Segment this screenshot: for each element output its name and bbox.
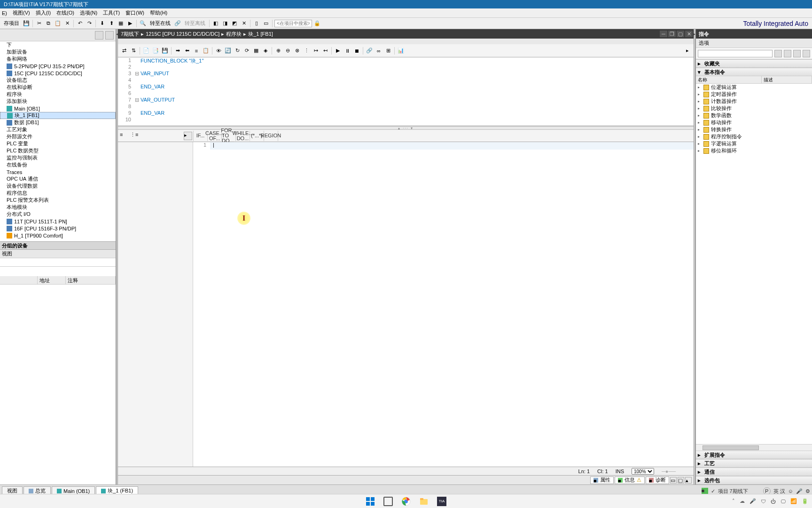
upload-icon[interactable]: ⬆ [107,19,116,28]
chrome-button[interactable] [399,495,413,508]
outdent-icon[interactable]: ⬅ [183,47,191,55]
ed-btn-22[interactable]: ▶ [334,47,342,55]
zoom-slider[interactable]: ─●── [662,468,690,474]
tab-properties[interactable]: ■属性 [590,476,614,484]
tray-power-icon[interactable]: ⏻ [771,499,776,504]
ime-tool-2[interactable]: 🎤 [796,488,803,494]
ed-btn-1[interactable]: ⇄ [120,47,128,55]
scl-btn-2[interactable]: ⋮≡ [130,132,139,140]
ed-btn-11[interactable]: 🔄 [224,47,232,55]
ed-btn-21[interactable]: ↤ [321,47,329,55]
scl-region-panel[interactable] [118,142,193,467]
ed-btn-17[interactable]: ⊖ [283,47,292,55]
bc-project[interactable]: 7期线下 [121,31,139,38]
bc-current[interactable]: 块_1 [FB1] [248,31,273,38]
ed-btn-14[interactable]: ▦ [252,47,260,55]
inst-hscroll[interactable] [696,444,812,451]
ed-btn-12[interactable]: ↻ [233,47,242,55]
menu-insert[interactable]: 插入(I) [36,9,51,16]
tray-up-icon[interactable]: ˄ [732,498,735,504]
go-online-button[interactable]: 转至在线 [150,20,171,27]
taskview-button[interactable] [382,495,395,508]
ime-tool-3[interactable]: ⚙ [805,488,810,494]
redo-icon[interactable]: ↷ [85,19,94,28]
explorer-button[interactable] [417,495,430,508]
copy-icon[interactable]: ⧉ [44,19,53,28]
tab-info[interactable]: ■信息⚠ [615,476,645,484]
ed-btn-23[interactable]: ⏸ [343,47,351,55]
close-icon[interactable]: ✕ [685,31,693,37]
tray-mic-icon[interactable]: 🎤 [750,498,756,504]
instruction-search-input[interactable] [698,50,773,57]
scl-code-area[interactable]: 1| I [193,142,694,467]
tray-battery-icon[interactable]: 🔋 [802,498,808,504]
save-icon[interactable]: 💾 [22,19,31,28]
search-opt-4-icon[interactable] [803,50,810,57]
monitor-icon[interactable]: 👁 [214,47,223,55]
download-icon[interactable]: ⬇ [98,19,106,28]
tb-close-icon[interactable]: ✕ [240,19,248,28]
zoom-select[interactable]: 100% [632,468,654,475]
inst-shift-rotate[interactable]: ▸移位和循环 [696,147,812,154]
menu-online[interactable]: 在线(O) [56,9,74,16]
tb-icon-3[interactable]: ◩ [230,19,239,28]
minimize-icon[interactable]: ─ [660,31,667,37]
split-handle[interactable]: ▴ ··· ▾ [118,126,694,130]
indent-icon[interactable]: ➡ [173,47,182,55]
ed-btn-2[interactable]: ⇅ [129,47,138,55]
ed-btn-20[interactable]: ↦ [312,47,320,55]
acc-option-packs[interactable]: ▸选件包 [696,476,812,484]
bc-blocks[interactable]: 程序块 [226,31,242,38]
float-icon[interactable]: ❐ [668,31,676,37]
ed-btn-13[interactable]: ⟳ [242,47,251,55]
split-h-icon[interactable]: ▯ [252,19,261,28]
search-opt-3-icon[interactable] [793,50,801,57]
ungrouped-devices-header[interactable]: 分组的设备 [0,241,116,250]
acc-basic[interactable]: ▾基本指令 [696,68,812,76]
ed-btn-15[interactable]: ◈ [261,47,270,55]
menu-edit[interactable]: E) [2,10,7,16]
tab-diagnostics[interactable]: ■诊断 [646,476,669,484]
prop-up-icon[interactable]: ▴ [685,477,692,484]
search-opt-2-icon[interactable] [784,50,791,57]
paste-icon[interactable]: 📋 [54,19,62,28]
tree-view-mode-2-icon[interactable] [105,31,114,40]
ed-btn-28[interactable]: 📊 [397,47,405,55]
ed-btn-4[interactable]: 📑 [151,47,160,55]
ed-btn-25[interactable]: 🔗 [365,47,374,55]
go-online-icon[interactable]: 🔗 [173,19,182,28]
ed-btn-24[interactable]: ⏹ [352,47,361,55]
bc-device[interactable]: 1215C [CPU 1215C DC/DC/DC] [146,31,219,37]
ed-btn-9[interactable]: 📋 [202,47,210,55]
inst-compare[interactable]: ▸比较操作 [696,105,812,112]
undo-icon[interactable]: ↶ [76,19,84,28]
ed-btn-18[interactable]: ⊗ [293,47,301,55]
inst-move[interactable]: ▸移动操作 [696,119,812,126]
instructions-options[interactable]: 选项 [696,39,812,48]
ed-btn-3[interactable]: 📄 [142,47,150,55]
tia-button[interactable]: TIA [435,495,448,508]
ed-btn-8[interactable]: ≡ [192,47,201,55]
scl-btn-1[interactable]: ≡ [120,132,128,140]
acc-communication[interactable]: ▸通信 [696,468,812,476]
details-view-header[interactable]: 视图 [0,250,116,258]
save-project-button[interactable]: 存项目 [4,20,19,27]
ed-btn-26[interactable]: ∞ [375,47,383,55]
details-filter[interactable] [0,258,116,267]
tray-wifi-icon[interactable]: 📶 [790,498,797,504]
prop-max-icon[interactable]: ▢ [678,477,684,484]
cut-icon[interactable]: ✂ [35,19,43,28]
snippet-case[interactable]: CASE...OF... [208,131,222,141]
ime-tool-1[interactable]: ☺ [788,488,793,494]
tb-icon-1[interactable]: ◧ [211,19,220,28]
snippet-while[interactable]: WHILE...DO... [236,131,250,141]
ed-btn-16[interactable]: ⊕ [274,47,282,55]
inst-math[interactable]: ▸数学函数 [696,112,812,119]
find-icon[interactable]: 🔍 [139,19,147,28]
inst-counters[interactable]: ▸计数器操作 [696,98,812,105]
scl-btn-3[interactable]: ▸ [184,132,192,140]
compile-icon[interactable]: ▦ [117,19,125,28]
ed-btn-19[interactable]: ⋮ [302,47,311,55]
search-go-icon[interactable]: 🔒 [313,19,321,28]
acc-favorites[interactable]: ▸收藏夹 [696,59,812,68]
